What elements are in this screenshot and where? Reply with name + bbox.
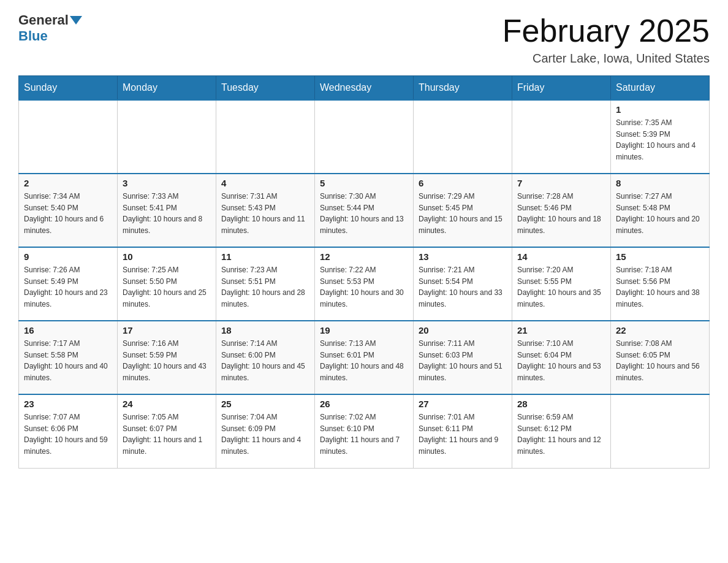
day-info: Sunrise: 7:07 AMSunset: 6:06 PMDaylight:…: [24, 412, 112, 457]
day-number: 22: [616, 325, 704, 335]
calendar-cell: 9Sunrise: 7:26 AMSunset: 5:49 PMDaylight…: [19, 247, 118, 321]
logo-text: General: [18, 12, 83, 28]
calendar-cell: 27Sunrise: 7:01 AMSunset: 6:11 PMDayligh…: [414, 394, 512, 468]
col-wednesday: Wednesday: [315, 76, 414, 101]
day-info: Sunrise: 7:13 AMSunset: 6:01 PMDaylight:…: [320, 338, 408, 383]
week-row-3: 9Sunrise: 7:26 AMSunset: 5:49 PMDaylight…: [19, 247, 710, 321]
day-number: 10: [123, 251, 211, 262]
calendar-cell: 25Sunrise: 7:04 AMSunset: 6:09 PMDayligh…: [216, 394, 315, 468]
day-number: 2: [24, 178, 112, 188]
day-number: 27: [419, 399, 507, 409]
col-tuesday: Tuesday: [216, 76, 315, 101]
calendar-cell: 23Sunrise: 7:07 AMSunset: 6:06 PMDayligh…: [19, 394, 118, 468]
day-number: 16: [24, 325, 112, 335]
calendar-cell: 14Sunrise: 7:20 AMSunset: 5:55 PMDayligh…: [512, 247, 611, 321]
calendar-cell: 11Sunrise: 7:23 AMSunset: 5:51 PMDayligh…: [216, 247, 315, 321]
day-number: 8: [616, 178, 704, 188]
calendar-cell: 15Sunrise: 7:18 AMSunset: 5:56 PMDayligh…: [611, 247, 710, 321]
calendar-cell: 12Sunrise: 7:22 AMSunset: 5:53 PMDayligh…: [315, 247, 414, 321]
calendar-cell: [414, 100, 512, 174]
week-row-4: 16Sunrise: 7:17 AMSunset: 5:58 PMDayligh…: [19, 321, 710, 394]
calendar-cell: 10Sunrise: 7:25 AMSunset: 5:50 PMDayligh…: [118, 247, 216, 321]
calendar-cell: 18Sunrise: 7:14 AMSunset: 6:00 PMDayligh…: [216, 321, 315, 394]
day-info: Sunrise: 7:22 AMSunset: 5:53 PMDaylight:…: [320, 264, 408, 310]
day-number: 24: [123, 399, 211, 409]
day-info: Sunrise: 7:23 AMSunset: 5:51 PMDaylight:…: [221, 264, 309, 310]
calendar-cell: [19, 100, 118, 174]
calendar-cell: [216, 100, 315, 174]
day-info: Sunrise: 6:59 AMSunset: 6:12 PMDaylight:…: [517, 412, 605, 457]
calendar-cell: 24Sunrise: 7:05 AMSunset: 6:07 PMDayligh…: [118, 394, 216, 468]
day-number: 12: [320, 251, 408, 262]
calendar-cell: 16Sunrise: 7:17 AMSunset: 5:58 PMDayligh…: [19, 321, 118, 394]
day-info: Sunrise: 7:26 AMSunset: 5:49 PMDaylight:…: [24, 264, 112, 310]
day-info: Sunrise: 7:34 AMSunset: 5:40 PMDaylight:…: [24, 191, 112, 236]
day-info: Sunrise: 7:28 AMSunset: 5:46 PMDaylight:…: [517, 191, 605, 236]
day-info: Sunrise: 7:02 AMSunset: 6:10 PMDaylight:…: [320, 412, 408, 457]
day-number: 28: [517, 399, 605, 409]
col-saturday: Saturday: [611, 76, 710, 101]
day-number: 1: [616, 104, 704, 115]
page-header: General Blue February 2025 Carter Lake, …: [18, 12, 710, 66]
calendar-cell: [315, 100, 414, 174]
day-number: 14: [517, 251, 605, 262]
calendar-cell: 20Sunrise: 7:11 AMSunset: 6:03 PMDayligh…: [414, 321, 512, 394]
calendar-cell: [611, 394, 710, 468]
day-info: Sunrise: 7:14 AMSunset: 6:00 PMDaylight:…: [221, 338, 309, 383]
col-sunday: Sunday: [19, 76, 118, 101]
day-number: 23: [24, 399, 112, 409]
day-number: 7: [517, 178, 605, 188]
day-number: 21: [517, 325, 605, 335]
day-number: 15: [616, 251, 704, 262]
day-number: 4: [221, 178, 309, 188]
day-info: Sunrise: 7:25 AMSunset: 5:50 PMDaylight:…: [123, 264, 211, 310]
day-number: 6: [419, 178, 507, 188]
day-info: Sunrise: 7:31 AMSunset: 5:43 PMDaylight:…: [221, 191, 309, 236]
week-row-1: 1Sunrise: 7:35 AMSunset: 5:39 PMDaylight…: [19, 100, 710, 174]
day-info: Sunrise: 7:05 AMSunset: 6:07 PMDaylight:…: [123, 412, 211, 457]
calendar-table: Sunday Monday Tuesday Wednesday Thursday…: [18, 75, 710, 469]
calendar-cell: 7Sunrise: 7:28 AMSunset: 5:46 PMDaylight…: [512, 174, 611, 247]
title-section: February 2025 Carter Lake, Iowa, United …: [502, 12, 710, 66]
calendar-cell: 5Sunrise: 7:30 AMSunset: 5:44 PMDaylight…: [315, 174, 414, 247]
col-monday: Monday: [118, 76, 216, 101]
calendar-header-row: Sunday Monday Tuesday Wednesday Thursday…: [19, 76, 710, 101]
day-info: Sunrise: 7:11 AMSunset: 6:03 PMDaylight:…: [419, 338, 507, 383]
page-title: February 2025: [502, 12, 710, 49]
day-number: 11: [221, 251, 309, 262]
day-number: 13: [419, 251, 507, 262]
calendar-cell: 17Sunrise: 7:16 AMSunset: 5:59 PMDayligh…: [118, 321, 216, 394]
calendar-cell: [118, 100, 216, 174]
day-info: Sunrise: 7:30 AMSunset: 5:44 PMDaylight:…: [320, 191, 408, 236]
day-number: 18: [221, 325, 309, 335]
calendar-cell: 21Sunrise: 7:10 AMSunset: 6:04 PMDayligh…: [512, 321, 611, 394]
day-number: 3: [123, 178, 211, 188]
logo: General Blue: [18, 12, 83, 44]
calendar-cell: [512, 100, 611, 174]
day-number: 5: [320, 178, 408, 188]
day-info: Sunrise: 7:27 AMSunset: 5:48 PMDaylight:…: [616, 191, 704, 236]
day-info: Sunrise: 7:29 AMSunset: 5:45 PMDaylight:…: [419, 191, 507, 236]
col-friday: Friday: [512, 76, 611, 101]
day-info: Sunrise: 7:21 AMSunset: 5:54 PMDaylight:…: [419, 264, 507, 310]
day-info: Sunrise: 7:04 AMSunset: 6:09 PMDaylight:…: [221, 412, 309, 457]
day-number: 19: [320, 325, 408, 335]
day-info: Sunrise: 7:18 AMSunset: 5:56 PMDaylight:…: [616, 264, 704, 310]
day-number: 25: [221, 399, 309, 409]
calendar-cell: 28Sunrise: 6:59 AMSunset: 6:12 PMDayligh…: [512, 394, 611, 468]
calendar-cell: 3Sunrise: 7:33 AMSunset: 5:41 PMDaylight…: [118, 174, 216, 247]
day-info: Sunrise: 7:20 AMSunset: 5:55 PMDaylight:…: [517, 264, 605, 310]
calendar-cell: 6Sunrise: 7:29 AMSunset: 5:45 PMDaylight…: [414, 174, 512, 247]
col-thursday: Thursday: [414, 76, 512, 101]
calendar-cell: 26Sunrise: 7:02 AMSunset: 6:10 PMDayligh…: [315, 394, 414, 468]
week-row-2: 2Sunrise: 7:34 AMSunset: 5:40 PMDaylight…: [19, 174, 710, 247]
day-info: Sunrise: 7:16 AMSunset: 5:59 PMDaylight:…: [123, 338, 211, 383]
day-number: 17: [123, 325, 211, 335]
calendar-cell: 13Sunrise: 7:21 AMSunset: 5:54 PMDayligh…: [414, 247, 512, 321]
day-info: Sunrise: 7:08 AMSunset: 6:05 PMDaylight:…: [616, 338, 704, 383]
calendar-cell: 1Sunrise: 7:35 AMSunset: 5:39 PMDaylight…: [611, 100, 710, 174]
calendar-cell: 4Sunrise: 7:31 AMSunset: 5:43 PMDaylight…: [216, 174, 315, 247]
day-number: 20: [419, 325, 507, 335]
page-subtitle: Carter Lake, Iowa, United States: [502, 52, 710, 66]
calendar-cell: 2Sunrise: 7:34 AMSunset: 5:40 PMDaylight…: [19, 174, 118, 247]
